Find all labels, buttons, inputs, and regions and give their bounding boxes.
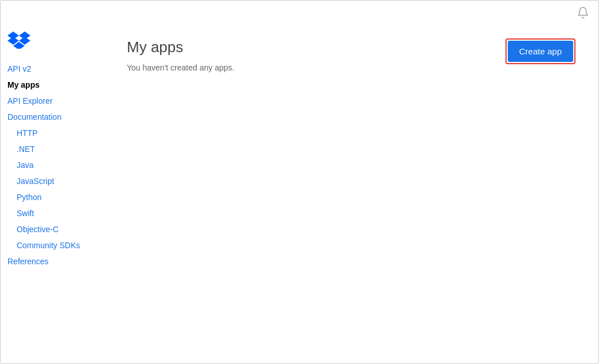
sidebar-item-python[interactable]: Python (1, 190, 104, 205)
sidebar-item-api-explorer[interactable]: API Explorer (1, 93, 104, 108)
page-title: My apps (127, 38, 234, 56)
sidebar-item-community-sdks[interactable]: Community SDKs (1, 238, 104, 253)
sidebar-item-java[interactable]: Java (1, 158, 104, 173)
page-subtitle: You haven't created any apps. (127, 63, 234, 72)
sidebar-item-api-v2[interactable]: API v2 (1, 61, 104, 76)
sidebar-item-dotnet[interactable]: .NET (1, 142, 104, 156)
content-area: My apps You haven't created any apps. Cr… (104, 27, 598, 363)
dropbox-logo (1, 32, 104, 60)
main-window: API v2 My apps API Explorer Documentatio… (0, 0, 599, 364)
bell-icon[interactable] (577, 6, 589, 21)
content-header: My apps You haven't created any apps. Cr… (127, 38, 575, 72)
sidebar-item-http[interactable]: HTTP (1, 126, 104, 140)
create-app-button[interactable]: Create app (508, 41, 573, 62)
create-app-button-wrapper: Create app (505, 38, 575, 64)
sidebar: API v2 My apps API Explorer Documentatio… (1, 27, 104, 363)
sidebar-item-javascript[interactable]: JavaScript (1, 174, 104, 189)
sidebar-item-references[interactable]: References (1, 254, 104, 269)
main-layout: API v2 My apps API Explorer Documentatio… (1, 27, 598, 363)
page-title-area: My apps You haven't created any apps. (127, 38, 234, 72)
sidebar-item-objective-c[interactable]: Objective-C (1, 222, 104, 237)
sidebar-item-swift[interactable]: Swift (1, 206, 104, 221)
top-bar (1, 1, 598, 27)
sidebar-item-documentation[interactable]: Documentation (1, 109, 104, 124)
sidebar-item-my-apps: My apps (1, 77, 104, 92)
